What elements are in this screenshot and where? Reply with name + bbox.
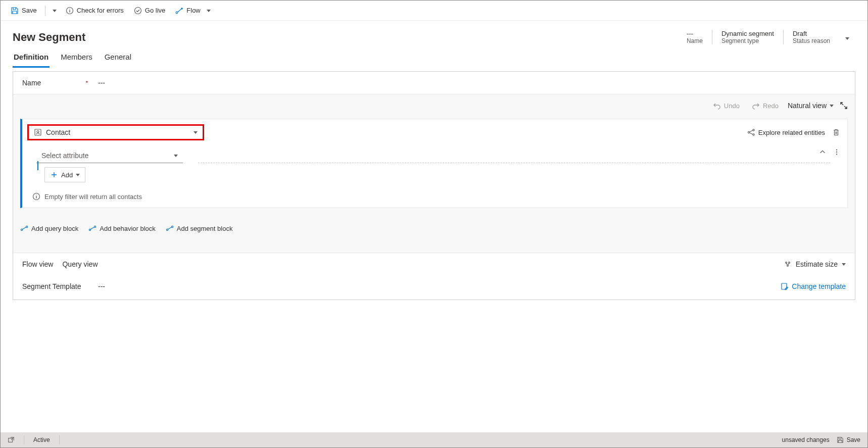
template-label: Segment Template xyxy=(22,282,93,290)
svg-point-25 xyxy=(787,265,788,267)
meta-name-label: Name xyxy=(687,37,703,44)
query-block: Contact Explore related entities Select … xyxy=(20,119,848,208)
add-row: Add xyxy=(22,163,847,187)
redo-icon xyxy=(752,102,760,110)
add-segment-block-button[interactable]: Add segment block xyxy=(166,224,233,232)
add-segment-label: Add segment block xyxy=(177,225,233,232)
fullscreen-button[interactable] xyxy=(840,102,848,110)
save-label: Save xyxy=(22,7,37,14)
svg-point-19 xyxy=(89,229,91,230)
add-button[interactable]: Add xyxy=(44,167,85,182)
meta-type: Dynamic segment Segment type xyxy=(712,30,783,44)
undo-icon xyxy=(713,102,721,110)
meta-name: --- Name xyxy=(678,30,712,44)
undo-button[interactable]: Undo xyxy=(710,99,743,112)
view-selector[interactable]: Natural view xyxy=(788,102,834,110)
contact-icon xyxy=(34,128,42,136)
status-state[interactable]: Active xyxy=(33,436,50,443)
add-blocks-row: Add query block Add behavior block Add s… xyxy=(13,217,855,253)
flow-view-link[interactable]: Flow view xyxy=(22,260,53,268)
save-button[interactable]: Save xyxy=(7,5,41,17)
content: Name * --- Undo Redo Natural view xyxy=(1,71,867,427)
redo-label: Redo xyxy=(763,102,779,110)
svg-point-10 xyxy=(753,134,754,135)
attribute-row: Select attribute xyxy=(22,145,847,163)
header-expand[interactable] xyxy=(839,33,855,41)
add-query-label: Add query block xyxy=(31,225,78,232)
go-live-label: Go live xyxy=(145,7,165,14)
name-field-label: Name * xyxy=(22,79,88,87)
chevron-down-icon xyxy=(842,263,846,266)
svg-point-13 xyxy=(836,154,837,155)
graph-icon xyxy=(747,128,755,136)
entity-selector[interactable]: Contact xyxy=(27,124,204,140)
template-value[interactable]: --- xyxy=(93,282,105,290)
statusbar-save-label: Save xyxy=(847,436,860,443)
change-template-button[interactable]: Change template xyxy=(781,282,846,290)
command-bar: Save Check for errors Go live Flow xyxy=(1,1,867,21)
check-errors-button[interactable]: Check for errors xyxy=(62,5,128,17)
designer-toolbar: Undo Redo Natural view xyxy=(13,94,855,117)
check-errors-label: Check for errors xyxy=(77,7,124,14)
svg-point-3 xyxy=(134,7,141,14)
page-title: New Segment xyxy=(13,31,85,44)
svg-point-18 xyxy=(26,226,27,227)
edit-icon xyxy=(781,282,789,290)
explore-entities-button[interactable]: Explore related entities xyxy=(747,128,825,136)
meta-type-value: Dynamic segment xyxy=(721,30,774,37)
tab-members[interactable]: Members xyxy=(60,48,93,68)
block-header: Contact Explore related entities xyxy=(22,119,847,145)
svg-rect-27 xyxy=(9,438,13,442)
svg-point-17 xyxy=(21,229,22,230)
add-behavior-label: Add behavior block xyxy=(100,225,156,232)
svg-point-23 xyxy=(785,262,787,264)
flow-icon xyxy=(88,224,97,232)
required-indicator: * xyxy=(86,80,88,86)
svg-point-8 xyxy=(748,131,749,133)
plus-icon xyxy=(50,171,58,179)
tab-general[interactable]: General xyxy=(104,48,132,68)
save-icon xyxy=(11,7,19,15)
popout-button[interactable] xyxy=(8,436,15,443)
meta-name-value: --- xyxy=(687,30,703,37)
meta-status-value: Draft xyxy=(793,30,830,37)
query-view-link[interactable]: Query view xyxy=(62,260,98,268)
estimate-label: Estimate size xyxy=(796,260,838,268)
meta-status-label: Status reason xyxy=(793,37,830,44)
save-dropdown[interactable] xyxy=(50,6,60,15)
tab-definition[interactable]: Definition xyxy=(13,48,50,68)
flow-button[interactable]: Flow xyxy=(171,4,217,17)
more-button[interactable] xyxy=(833,148,840,157)
header-meta: --- Name Dynamic segment Segment type Dr… xyxy=(678,30,855,44)
main-card: Name * --- Undo Redo Natural view xyxy=(13,71,855,300)
info-icon xyxy=(66,7,74,15)
chevron-down-icon xyxy=(194,131,198,134)
change-template-label: Change template xyxy=(792,282,846,290)
svg-point-7 xyxy=(37,131,39,133)
svg-point-5 xyxy=(181,8,183,10)
chevron-down-icon xyxy=(830,105,834,107)
chevron-down-icon xyxy=(204,6,214,15)
go-live-button[interactable]: Go live xyxy=(130,5,169,17)
delete-button[interactable] xyxy=(832,128,840,136)
collapse-button[interactable] xyxy=(819,148,826,157)
add-behavior-block-button[interactable]: Add behavior block xyxy=(88,224,156,232)
views-row: Flow view Query view Estimate size xyxy=(13,253,855,275)
statusbar-save-button[interactable]: Save xyxy=(837,436,860,443)
view-label: Natural view xyxy=(788,102,827,110)
meta-status: Draft Status reason xyxy=(783,30,839,44)
info-text: Empty filter will return all contacts xyxy=(44,193,142,201)
svg-point-20 xyxy=(94,226,96,227)
estimate-icon xyxy=(784,260,792,268)
tabs: Definition Members General xyxy=(1,48,867,68)
add-label: Add xyxy=(61,171,73,179)
add-query-block-button[interactable]: Add query block xyxy=(20,224,78,232)
estimate-size-button[interactable]: Estimate size xyxy=(784,260,846,268)
svg-point-21 xyxy=(166,229,168,230)
redo-button[interactable]: Redo xyxy=(749,99,782,112)
flow-icon xyxy=(20,224,28,232)
svg-point-9 xyxy=(753,129,754,131)
attribute-selector[interactable]: Select attribute xyxy=(36,148,183,163)
name-field-value[interactable]: --- xyxy=(88,79,105,87)
flow-label: Flow xyxy=(186,7,200,14)
